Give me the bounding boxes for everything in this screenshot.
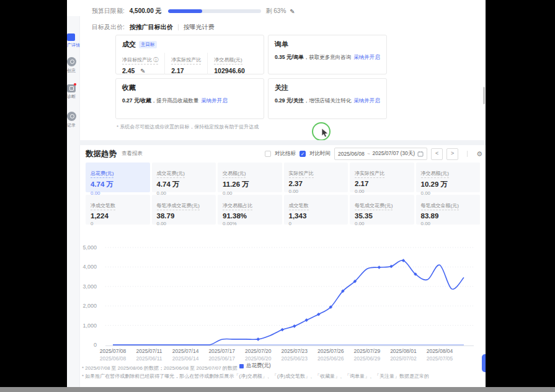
edit-roi-icon[interactable]: ✎: [140, 68, 145, 74]
budget-row: 预算日限额: 4,500.00 元 剩 63% ✎: [92, 7, 295, 16]
compare-time-checkbox[interactable]: ✓: [300, 151, 306, 157]
stat-value: 2.17: [171, 67, 201, 74]
metric-card-net-actual-roi[interactable]: 净实际投产比2.170.00: [350, 163, 414, 192]
goal-card-title: 关注: [275, 83, 288, 92]
sidebar-item-label: 记录: [67, 122, 79, 128]
metric-card-actual-roi[interactable]: 实际投产比2.370.00: [284, 163, 349, 192]
edit-budget-icon[interactable]: ✎: [290, 8, 295, 15]
prev-period-button[interactable]: <: [431, 148, 443, 160]
svg-text:2025/06/17: 2025/06/17: [208, 355, 235, 362]
metric-compare: 0.00: [355, 189, 409, 194]
metric-card-orders[interactable]: 成交笔数1,3430: [284, 195, 349, 225]
metric-card-gmv[interactable]: 交易额(元)11.26 万0.00: [218, 163, 282, 192]
date-range-input[interactable]: 2025/06/08 ~ 2025/07/07 (30天): [334, 148, 427, 160]
metric-compare: 0.00: [421, 221, 476, 226]
metric-card-net-cost-per-order[interactable]: 每笔净成交花费(元)38.790.00: [152, 195, 216, 225]
metric-value: 10.29 万: [421, 180, 476, 189]
desc: ，提升商品收藏数量: [151, 97, 199, 104]
budget-remaining: 剩 63%: [266, 7, 286, 16]
adopt-enable-link[interactable]: 采纳并开启: [353, 97, 380, 104]
mouse-cursor: [321, 128, 330, 138]
metric-label: 每笔成交花费(元): [355, 202, 393, 210]
sidebar-item-records[interactable]: 记录: [67, 112, 79, 128]
desc: ，增强店铺关注转化: [304, 97, 352, 104]
goal-card-deal: 成交 主目标 净目标投产比 ⓘ 2.45 ✎ 净实际投产比 2.17 净交易额(…: [115, 35, 264, 74]
tab-bid-by-goal[interactable]: 按推广目标出价: [130, 23, 173, 32]
sidebar-item-detail[interactable]: 广详情: [67, 33, 79, 48]
compare-time-label: 对比时间: [309, 150, 331, 158]
stat-label: 净实际投产比: [171, 56, 201, 65]
metric-label: 成交花费(元): [157, 170, 185, 178]
budget-progress-bar: [168, 9, 261, 13]
footnote-line: * 如果推广在暂停或删除前已经获得了曝光，那么在暂停或删除后展示「(净)交易额」…: [82, 372, 429, 380]
footnote-line: * 2025/07/08 至 2025/08/06 的数据；2025/06/08…: [82, 364, 429, 372]
compare-metric-checkbox[interactable]: [265, 151, 271, 157]
svg-text:2025/06/11: 2025/06/11: [136, 355, 162, 362]
sidebar-item-label: 广详情: [67, 42, 79, 48]
metric-card-total-spend[interactable]: 总花费(元)4.74 万0.00: [86, 163, 150, 192]
divider: [178, 24, 179, 30]
tab-bid-by-impression[interactable]: 按曝光计费: [184, 23, 215, 32]
divider: [467, 151, 468, 157]
svg-text:2025/07/20: 2025/07/20: [245, 348, 272, 354]
notification-dot: [74, 83, 76, 86]
adopt-enable-link[interactable]: 采纳并开启: [353, 54, 380, 60]
diagnosis-icon: [67, 84, 76, 92]
stat-net-target-roi: 净目标投产比 ⓘ 2.45 ✎: [122, 53, 165, 74]
info-icon[interactable]: ⓘ: [153, 57, 158, 63]
trend-header: 数据趋势 查看报表 对比指标 ✓ 对比时间 2025/06/08 ~ 2025/…: [86, 148, 482, 160]
goal-card-title: 收藏: [122, 83, 136, 92]
metric-compare: 0.00: [289, 189, 344, 194]
price: 0.35 元/询单: [275, 54, 304, 60]
settings-gear-icon[interactable]: ⚙: [476, 150, 482, 158]
svg-text:3,000: 3,000: [82, 283, 97, 290]
metric-card-net-orders[interactable]: 净成交笔数1,2240: [86, 195, 150, 225]
primary-goal-badge: 主目标: [139, 41, 157, 48]
metric-card-net-gmv[interactable]: 净交易额(元)10.29 万0.00: [416, 163, 481, 192]
svg-text:2025/06/23: 2025/06/23: [281, 355, 308, 362]
section-divider: [79, 140, 486, 145]
stat-net-gmv: 净交易额(元) 102946.60: [214, 53, 251, 74]
metric-value: 1,224: [91, 212, 145, 220]
metric-value: 1,343: [289, 212, 344, 220]
svg-text:2025/06/20: 2025/06/20: [245, 355, 272, 362]
svg-text:2025/07/17: 2025/07/17: [208, 348, 235, 354]
svg-text:2025/06/29: 2025/06/29: [354, 355, 381, 362]
sidebar-item-creative[interactable]: 创意: [67, 57, 79, 74]
svg-text:2025/08/04: 2025/08/04: [427, 348, 453, 354]
desc: ，获取更多意向咨询: [304, 54, 352, 60]
trend-title: 数据趋势: [86, 149, 117, 159]
svg-text:0: 0: [94, 342, 97, 348]
metric-value: 11.26 万: [223, 180, 277, 189]
price: 0.27 元/收藏: [122, 97, 151, 104]
metric-value: 2.37: [289, 180, 344, 187]
budget-progress-fill: [168, 9, 203, 13]
floating-action-pill[interactable]: [482, 354, 486, 372]
sidebar-item-diagnosis[interactable]: 诊断: [67, 84, 79, 100]
metric-label: 净交易额占比: [223, 202, 252, 210]
scrollbar-thumb[interactable]: [483, 87, 485, 104]
adopt-enable-link[interactable]: 采纳并开启: [201, 97, 228, 104]
goal-cards: 成交 主目标 净目标投产比 ⓘ 2.45 ✎ 净实际投产比 2.17 净交易额(…: [115, 35, 386, 119]
goal-bid-label: 目标及出价:: [92, 23, 125, 32]
goal-bid-row: 目标及出价: 按推广目标出价 按曝光计费: [92, 23, 215, 32]
metric-card-deal-spend[interactable]: 成交花费(元)4.74 万0.00: [152, 163, 216, 192]
footnotes: * 2025/07/08 至 2025/08/06 的数据；2025/06/08…: [82, 364, 429, 380]
metric-label: 每笔净成交花费(元): [157, 202, 200, 210]
svg-text:5,000: 5,000: [82, 244, 97, 251]
metric-card-cost-per-order[interactable]: 每笔成交花费(元)35.350.00: [350, 195, 414, 225]
metric-label: 成交笔数: [289, 202, 309, 210]
metric-value: 83.89: [421, 212, 476, 220]
view-report-link[interactable]: 查看报表: [122, 150, 143, 158]
trend-line-chart[interactable]: 01,0002,0003,0004,0005,0002025/07/082025…: [72, 242, 481, 363]
metric-value: 38.79: [157, 212, 211, 220]
metric-card-amount-per-order[interactable]: 每笔成交金额(元)83.890.00: [416, 195, 481, 225]
bottom-bar: [0, 387, 555, 392]
goal-card-inquiry: 询单 0.35 元/询单，获取更多意向咨询采纳并开启: [268, 35, 387, 74]
next-period-button[interactable]: >: [446, 148, 458, 160]
metric-card-net-gmv-ratio[interactable]: 净交易额占比91.38%0.00%: [218, 195, 282, 225]
calendar-icon: [417, 151, 424, 157]
sidebar-item-label: 诊断: [67, 94, 79, 100]
svg-text:1,000: 1,000: [82, 323, 97, 329]
svg-text:2025/07/26: 2025/07/26: [317, 348, 344, 354]
